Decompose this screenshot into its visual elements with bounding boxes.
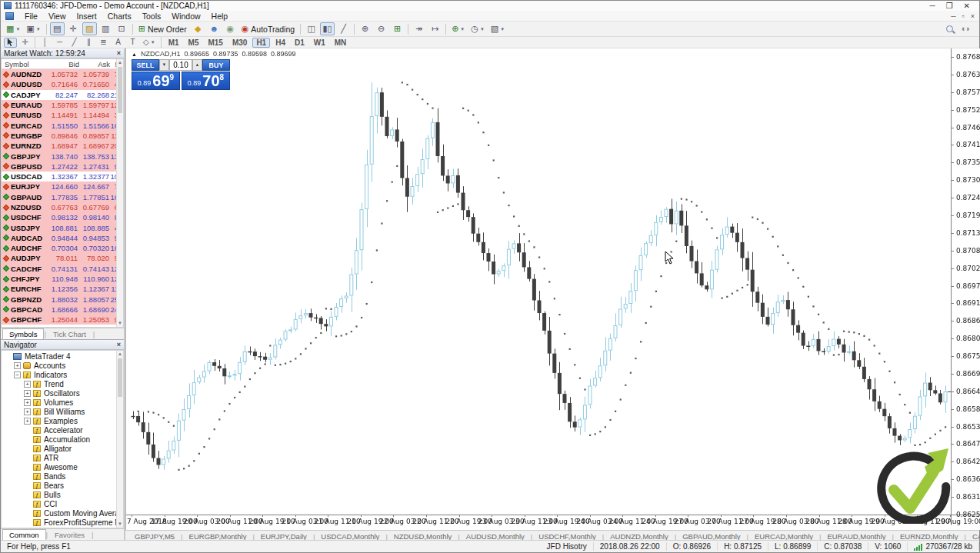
dropdown-arrow-icon[interactable]: ▼ (480, 27, 485, 32)
zoom-out-button[interactable]: ⊖ (374, 22, 388, 35)
new-chart-button[interactable]: ▦▼ (4, 22, 22, 35)
child-restore-button[interactable]: ▫ (962, 12, 965, 20)
tile-windows-button[interactable]: ⊞ (390, 22, 405, 35)
menu-insert[interactable]: Insert (72, 12, 102, 21)
market-watch-row[interactable]: EURNZD1.689471.6896720 (2, 141, 123, 151)
shapes-tool[interactable]: ◇▼ (141, 38, 158, 48)
column-symbol[interactable]: Symbol (2, 60, 46, 68)
data-window-toggle[interactable]: ✛ (66, 22, 81, 35)
volume-down-stepper[interactable]: ▼ (159, 59, 169, 71)
market-watch-row[interactable]: GBPJPY138.740138.75313 (2, 151, 123, 161)
terminal-toggle[interactable]: ▥ (98, 22, 113, 35)
navigator-item-custom-moving-averages[interactable]: ƒCustom Moving Averages (2, 508, 123, 518)
restore-button[interactable]: ❐ (946, 2, 953, 10)
dropdown-arrow-icon[interactable]: ▼ (460, 27, 465, 32)
timeframe-h4[interactable]: H4 (272, 38, 289, 48)
navigator-item-bears[interactable]: ƒBears (2, 481, 123, 490)
market-watch-row[interactable]: AUDCHF0.703040.7032016 (2, 243, 123, 253)
fibonacci-tool[interactable]: ≣ (97, 38, 110, 48)
market-watch-row[interactable]: EURJPY124.660124.6677 (2, 182, 123, 192)
market-watch-row[interactable]: AUDCAD0.948440.948539 (2, 233, 123, 243)
market-watch-toggle[interactable]: ▤ (50, 22, 65, 35)
tree-expand-icon[interactable]: + (24, 381, 31, 388)
community-button[interactable]: ◖◗ (958, 22, 973, 35)
tree-expand-icon[interactable]: + (14, 362, 21, 369)
market-watch-row[interactable]: EURCAD1.515501.5156616 (2, 120, 123, 130)
dropdown-arrow-icon[interactable]: ▼ (15, 27, 20, 32)
navigator-item-bill-williams[interactable]: +ƒBill Williams (2, 407, 123, 416)
horizontal-line-tool[interactable]: ─ (53, 38, 66, 48)
profiles-button[interactable]: ▣▼ (24, 22, 42, 35)
volume-up-stepper[interactable]: ▲ (192, 59, 202, 71)
tab-tick-chart[interactable]: Tick Chart (46, 328, 93, 339)
autotrading-button[interactable]: ◉AutoTrading (239, 22, 297, 35)
price-chart-canvas[interactable] (126, 48, 980, 530)
column-ask[interactable]: Ask (79, 60, 110, 68)
market-watch-row[interactable]: AUDUSD0.716460.716504 (2, 79, 123, 89)
buy-price-display[interactable]: 0.89 70 8 (182, 72, 230, 90)
timeframe-mn[interactable]: MN (331, 38, 351, 48)
market-watch-row[interactable]: CADCHF0.741310.7414312 (2, 264, 123, 274)
sell-button[interactable]: SELL (132, 59, 159, 71)
scroll-up-icon[interactable]: ▲ (117, 59, 123, 66)
scroll-down-icon[interactable]: ▼ (117, 521, 123, 528)
menu-tools[interactable]: Tools (137, 12, 167, 21)
new-order-button[interactable]: ⊞New Order (136, 22, 189, 35)
timeframe-w1[interactable]: W1 (310, 38, 329, 48)
navigator-item-accumulation[interactable]: ƒAccumulation (2, 435, 123, 444)
market-watch-close-icon[interactable]: × (117, 49, 121, 57)
navigator-item-alligator[interactable]: ƒAlligator (2, 444, 123, 453)
close-button[interactable]: ✕ (964, 2, 970, 10)
market-watch-row[interactable]: USDCHF0.981320.981408 (2, 212, 123, 222)
text-tool[interactable]: A (112, 38, 125, 48)
navigator-item-metatrader-4[interactable]: MetaTrader 4 (2, 351, 123, 361)
menu-charts[interactable]: Charts (102, 12, 137, 21)
buy-button[interactable]: BUY (202, 59, 230, 71)
auto-scroll-button[interactable]: ↠ (412, 22, 426, 35)
chart-line-button[interactable]: ╱ (336, 22, 351, 35)
crosshair-tool[interactable]: ✛ (18, 38, 32, 48)
channel-tool[interactable]: ∥ (82, 38, 95, 48)
navigator-item-atr[interactable]: ƒATR (2, 453, 123, 462)
collapse-icon[interactable]: ▲ (132, 52, 137, 57)
navigator-item-awesome[interactable]: ƒAwesome (2, 462, 123, 471)
market-watch-row[interactable]: CHFJPY110.948110.96012 (2, 274, 123, 284)
chart-shift-button[interactable]: ↦ (428, 22, 442, 35)
tree-expand-icon[interactable]: + (24, 408, 31, 415)
menu-view[interactable]: View (43, 12, 72, 21)
market-watch-row[interactable]: GBPCHF1.250441.250539 (2, 315, 123, 325)
search-button[interactable] (942, 22, 957, 35)
dropdown-arrow-icon[interactable]: ▼ (151, 40, 155, 45)
menu-help[interactable]: Help (206, 12, 234, 21)
chart-bars-button[interactable]: ◫ (304, 22, 318, 35)
column-bid[interactable]: Bid (46, 60, 79, 68)
zoom-in-button[interactable]: ⊕ (358, 22, 372, 35)
navigator-close-icon[interactable]: × (117, 341, 121, 348)
trendline-tool[interactable]: ╱ (68, 38, 81, 48)
navigator-item-volumes[interactable]: +ƒVolumes (2, 398, 123, 407)
tab-symbols[interactable]: Symbols (2, 328, 44, 339)
chart-window[interactable]: ▲ NZDCAD,H1 0.89665 0.89735 0.89598 0.89… (125, 48, 980, 530)
market-watch-row[interactable]: EURAUD1.597851.5979712 (2, 100, 123, 110)
navigator-item-bulls[interactable]: ƒBulls (2, 490, 123, 499)
sell-price-display[interactable]: 0.89 69 9 (132, 72, 180, 90)
tree-expand-icon[interactable]: + (24, 418, 31, 425)
navigator-toggle[interactable]: ▨ (82, 22, 97, 35)
market-watch-row[interactable]: USDCAD1.323671.3237710 (2, 172, 123, 182)
templates-button[interactable]: ▧▼ (488, 22, 507, 35)
market-watch-row[interactable]: GBPNZD1.880321.8805725 (2, 295, 123, 305)
vertical-line-tool[interactable]: │ (38, 38, 52, 48)
navigator-item-cci[interactable]: ƒCCI (2, 499, 123, 508)
scroll-up-icon[interactable]: ▲ (117, 351, 123, 358)
label-tool[interactable]: T (126, 38, 139, 48)
market-watch-row[interactable]: EURUSD1.144911.144943 (2, 110, 123, 120)
menu-file[interactable]: File (19, 12, 43, 21)
market-watch-row[interactable]: EURGBP0.898460.8985711 (2, 131, 123, 141)
navigator-item-indicators[interactable]: −ƒIndicators (2, 370, 123, 379)
market-watch-scrollbar[interactable]: ▲ ▼ (116, 59, 123, 327)
market-watch-row[interactable]: GBPAUD1.778351.7785116 (2, 192, 123, 202)
market-watch-row[interactable]: EURCHF1.123561.1236711 (2, 284, 123, 294)
timeframe-m5[interactable]: M5 (185, 38, 203, 48)
tab-common[interactable]: Common (2, 529, 46, 540)
child-minimize-button[interactable]: ─ (951, 12, 955, 20)
